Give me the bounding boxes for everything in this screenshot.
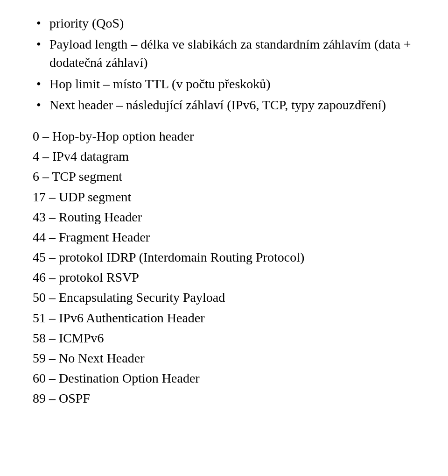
list-item-hop-by-hop: 0 – Hop-by-Hop option header [33, 127, 420, 145]
list-item-fragment-header-text: 44 – Fragment Header [33, 230, 150, 244]
list-item-tcp-segment: 6 – TCP segment [33, 167, 420, 185]
list-item-dest-option-text: 60 – Destination Option Header [33, 371, 200, 385]
list-item-no-next-text: 59 – No Next Header [33, 351, 144, 365]
bullet-item-payload-length: Payload length – délka ve slabikách za s… [33, 35, 420, 71]
list-item-routing-header-text: 43 – Routing Header [33, 210, 142, 224]
list-item-no-next: 59 – No Next Header [33, 349, 420, 367]
list-item-icmpv6: 58 – ICMPv6 [33, 329, 420, 347]
list-item-dest-option: 60 – Destination Option Header [33, 369, 420, 387]
list-item-ospf-text: 89 – OSPF [33, 391, 90, 405]
list-item-rsvp: 46 – protokol RSVP [33, 268, 420, 286]
list-item-udp-segment-text: 17 – UDP segment [33, 190, 131, 204]
bullet-item-next-header: Next header – následující záhlaví (IPv6,… [33, 96, 420, 114]
list-item-ipv4-datagram: 4 – IPv4 datagram [33, 147, 420, 165]
list-item-auth-header-text: 51 – IPv6 Authentication Header [33, 311, 205, 325]
list-item-idrp: 45 – protokol IDRP (Interdomain Routing … [33, 248, 420, 266]
list-item-hop-by-hop-text: 0 – Hop-by-Hop option header [33, 129, 194, 143]
list-item-udp-segment: 17 – UDP segment [33, 188, 420, 206]
bullet-item-hop-limit-text: Hop limit – místo TTL (v počtu přeskoků) [49, 77, 271, 91]
list-item-icmpv6-text: 58 – ICMPv6 [33, 331, 104, 345]
list-item-fragment-header: 44 – Fragment Header [33, 228, 420, 246]
list-item-tcp-segment-text: 6 – TCP segment [33, 169, 122, 184]
list-item-ipv4-datagram-text: 4 – IPv4 datagram [33, 149, 129, 163]
list-item-auth-header: 51 – IPv6 Authentication Header [33, 309, 420, 327]
list-item-esp-text: 50 – Encapsulating Security Payload [33, 290, 225, 305]
list-item-idrp-text: 45 – protokol IDRP (Interdomain Routing … [33, 250, 304, 264]
bullet-item-next-header-text: Next header – následující záhlaví (IPv6,… [49, 98, 386, 112]
bullet-item-priority-text: priority (QoS) [49, 16, 124, 30]
bullet-item-payload-length-text: Payload length – délka ve slabikách za s… [49, 37, 411, 70]
numbered-list: 0 – Hop-by-Hop option header 4 – IPv4 da… [33, 127, 420, 408]
bullet-item-priority: priority (QoS) [33, 14, 420, 32]
list-item-esp: 50 – Encapsulating Security Payload [33, 288, 420, 306]
list-item-routing-header: 43 – Routing Header [33, 208, 420, 226]
list-item-rsvp-text: 46 – protokol RSVP [33, 270, 139, 284]
bullet-list: priority (QoS) Payload length – délka ve… [33, 14, 420, 114]
bullet-item-hop-limit: Hop limit – místo TTL (v počtu přeskoků) [33, 75, 420, 93]
list-item-ospf: 89 – OSPF [33, 389, 420, 407]
